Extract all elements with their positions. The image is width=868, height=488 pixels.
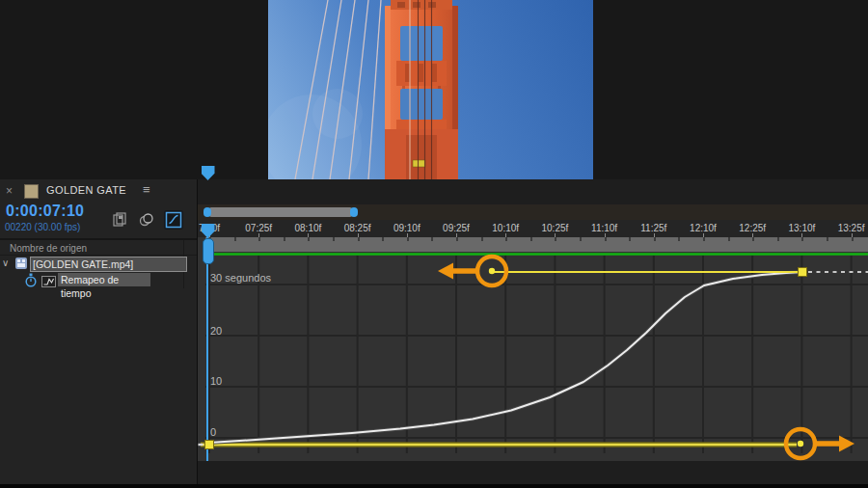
column-header-source-name[interactable]: Nombre de origen — [10, 243, 87, 254]
current-timecode[interactable]: 0:00:07:10 — [6, 203, 84, 220]
ruler-tick-label: 13:25f — [838, 223, 865, 233]
proxy-toggle-icon[interactable] — [137, 210, 156, 230]
frame-info: 00220 (30.00 fps) — [5, 222, 80, 232]
time-ruler[interactable]: 7:10f07:25f08:10f08:25f09:10f09:25f10:10… — [198, 220, 868, 238]
graph-value-label: 10 — [210, 375, 222, 387]
ruler-tick-label: 09:25f — [443, 223, 470, 233]
panel-tab[interactable]: × GOLDEN GATE ≡ — [0, 179, 197, 203]
timeline-right-panel: 7:10f07:25f08:10f08:25f09:10f09:25f10:10… — [198, 179, 868, 484]
graph-value-label: 20 — [210, 325, 222, 337]
ruler-tick-label: 08:10f — [294, 223, 321, 233]
ruler-tick-label: 10:10f — [492, 223, 519, 233]
window-bottom-edge — [0, 484, 868, 488]
work-area-start-handle[interactable] — [203, 207, 211, 217]
comp-mini-flowchart-icon[interactable] — [110, 210, 129, 230]
ruler-tick-label: 10:25f — [541, 223, 568, 233]
playhead-handle[interactable] — [203, 238, 214, 264]
composition-viewer — [0, 0, 868, 179]
ruler-tick-label: 07:25f — [245, 223, 272, 233]
stopwatch-icon[interactable] — [24, 273, 38, 291]
ruler-tick-label: 11:25f — [640, 223, 666, 233]
in-point-tick — [199, 444, 203, 446]
graph-editor-toggle-icon[interactable] — [164, 210, 183, 230]
graph-value-label: 30 segundos — [210, 272, 271, 284]
ruler-tick-label: 12:25f — [739, 223, 766, 233]
ruler-tick-label: 09:10f — [393, 223, 420, 233]
close-icon[interactable]: × — [6, 184, 13, 198]
panel-menu-icon[interactable]: ≡ — [143, 182, 150, 197]
keyframe[interactable] — [799, 268, 807, 277]
divider — [0, 238, 197, 240]
graph-editor-canvas[interactable] — [198, 237, 868, 461]
property-name[interactable]: Remapeo de tiempo — [58, 273, 150, 286]
value-graph-icon — [41, 274, 56, 291]
video-preview — [268, 0, 593, 179]
after-effects-window: × GOLDEN GATE ≡ 0:00:07:10 00220 (30.00 … — [0, 0, 868, 488]
chevron-down-icon[interactable]: ∨ — [2, 258, 9, 268]
graph-value-label: 0 — [210, 426, 216, 438]
timeline-left-panel: × GOLDEN GATE ≡ 0:00:07:10 00220 (30.00 … — [0, 179, 198, 484]
comp-color-swatch — [24, 184, 39, 199]
ruler-tick-label: 13:10f — [788, 223, 815, 233]
work-area-strip[interactable] — [198, 204, 868, 220]
graph-editor[interactable]: 30 segundos20100 — [198, 237, 868, 461]
ruler-tick-label: 11:10f — [591, 223, 617, 233]
keyframe[interactable] — [205, 441, 214, 449]
ruler-tick-label: 08:25f — [344, 223, 371, 233]
comp-tab-title[interactable]: GOLDEN GATE — [46, 184, 126, 196]
layer-name[interactable]: [GOLDEN GATE.mp4] — [30, 257, 187, 272]
work-area-end-handle[interactable] — [350, 207, 358, 217]
layer-row[interactable]: ∨ [GOLDEN GATE.mp4] — [0, 256, 197, 272]
work-area-bar[interactable] — [209, 207, 352, 217]
playhead-line[interactable] — [206, 237, 208, 461]
ruler-tick-label: 12:10f — [690, 223, 717, 233]
property-row[interactable]: Remapeo de tiempo — [0, 272, 197, 288]
